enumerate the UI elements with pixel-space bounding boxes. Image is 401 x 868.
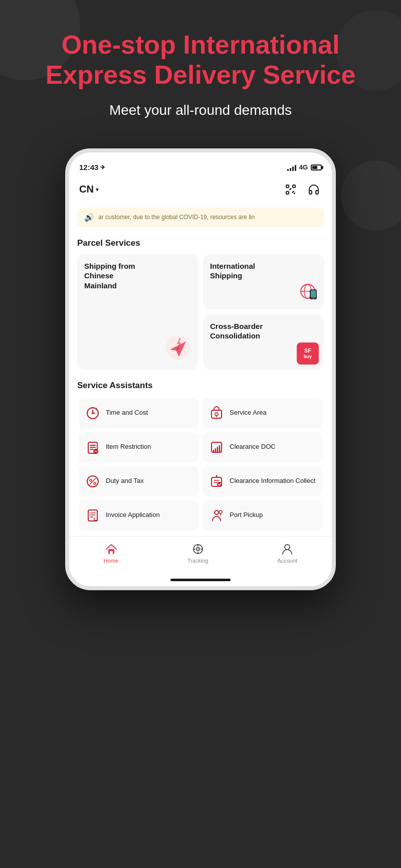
service-label-clearance-doc: Clearance DOC	[230, 443, 276, 451]
nav-item-account[interactable]: Account	[267, 541, 307, 566]
parcel-card-international-label: InternationalShipping	[210, 261, 317, 281]
service-item-clearance-doc[interactable]: Clearance DOC	[203, 432, 322, 462]
svg-point-38	[90, 479, 92, 481]
service-item-restriction[interactable]: Item Restriction	[79, 432, 198, 462]
parcel-section-title: Parcel Services	[77, 238, 324, 248]
hero-subtitle: Meet your all-round demands	[30, 102, 371, 118]
service-section-title: Service Assistants	[77, 381, 324, 391]
signal-icon	[287, 164, 296, 171]
service-label-invoice: Invoice Application	[106, 511, 160, 519]
service-area-icon	[209, 405, 225, 421]
network-label: 4G	[299, 163, 308, 171]
app-content: CN ▾	[69, 177, 332, 586]
service-item-time-cost[interactable]: Time and Cost	[79, 398, 198, 428]
phone-frame: 12:43 ✈ 4G CN	[65, 148, 336, 590]
clearance-doc-icon	[209, 439, 225, 455]
parcel-card-crossborder-label: Cross-BoarderConsolidation	[210, 321, 317, 341]
status-time: 12:43 ✈	[79, 163, 105, 171]
home-bar	[170, 579, 231, 581]
tracking-icon	[191, 543, 205, 556]
restriction-icon	[85, 439, 101, 455]
bottom-nav: Home Tracking	[69, 536, 332, 576]
notification-icon: 🔊	[84, 213, 94, 222]
svg-rect-1	[293, 185, 295, 188]
parcel-card-international[interactable]: InternationalShipping	[203, 254, 324, 309]
service-item-port-pickup[interactable]: Port Pickup	[203, 500, 322, 531]
invoice-icon	[85, 507, 101, 524]
svg-point-15	[313, 298, 314, 299]
phone-mockup: 12:43 ✈ 4G CN	[0, 148, 401, 590]
app-header: CN ▾	[69, 177, 332, 204]
svg-rect-2	[286, 192, 289, 194]
status-bar: 12:43 ✈ 4G	[69, 152, 332, 177]
scan-icon[interactable]	[283, 182, 299, 198]
service-item-duty-tax[interactable]: Duty and Tax	[79, 466, 198, 496]
svg-point-58	[285, 545, 290, 550]
svg-rect-51	[110, 551, 113, 554]
country-selector[interactable]: CN ▾	[79, 184, 99, 195]
international-shipping-icon	[297, 280, 319, 304]
svg-rect-0	[286, 185, 289, 188]
service-item-service-area[interactable]: Service Area	[203, 398, 322, 428]
service-label-service-area: Service Area	[230, 409, 267, 417]
location-icon: ✈	[100, 164, 105, 171]
header-icons	[283, 182, 322, 198]
svg-point-48	[215, 510, 219, 514]
service-label-clearance-collect: Clearance Information Collect	[230, 477, 315, 485]
clearance-collect-icon	[209, 473, 225, 489]
parcel-grid: Shipping fromChineseMainland	[77, 254, 324, 370]
svg-point-49	[219, 510, 222, 513]
parcel-section: Parcel Services Shipping fromChineseMain…	[69, 231, 332, 374]
home-icon	[105, 543, 118, 556]
svg-point-43	[217, 482, 222, 487]
headset-icon[interactable]	[306, 182, 322, 198]
nav-item-tracking[interactable]: Tracking	[177, 541, 219, 566]
service-label-duty-tax: Duty and Tax	[106, 477, 144, 485]
svg-point-39	[94, 482, 96, 484]
nav-item-home[interactable]: Home	[94, 541, 128, 566]
service-label-restriction: Item Restriction	[106, 443, 151, 451]
dropdown-arrow-icon: ▾	[96, 186, 99, 193]
battery-icon	[311, 164, 322, 170]
home-indicator	[69, 576, 332, 586]
service-label-time-cost: Time and Cost	[106, 409, 148, 417]
port-pickup-icon	[209, 507, 225, 524]
hero-title: One-stop International Express Delivery …	[30, 30, 371, 90]
parcel-card-china[interactable]: Shipping fromChineseMainland	[77, 254, 198, 370]
service-grid: Time and Cost Service Area	[77, 397, 324, 532]
svg-rect-20	[91, 407, 94, 409]
time-cost-icon	[85, 405, 101, 421]
service-item-clearance-collect[interactable]: Clearance Information Collect	[203, 466, 322, 496]
svg-point-53	[196, 548, 199, 551]
china-shipping-icon	[165, 334, 191, 363]
svg-rect-44	[88, 510, 97, 521]
parcel-card-china-label: Shipping fromChineseMainland	[84, 261, 191, 291]
service-section: Service Assistants	[69, 374, 332, 536]
hero-section: One-stop International Express Delivery …	[0, 0, 401, 148]
parcel-card-crossborder[interactable]: Cross-BoarderConsolidation SF buy	[203, 314, 324, 370]
nav-label-account: Account	[277, 558, 297, 564]
sfbuy-icon-container: SF buy	[297, 342, 319, 365]
service-item-invoice[interactable]: Invoice Application	[79, 500, 198, 531]
svg-rect-14	[311, 290, 316, 297]
notification-text: ar customer, due to the global COVID-19,…	[98, 214, 255, 221]
account-icon	[281, 543, 294, 556]
svg-point-23	[215, 413, 218, 416]
notification-banner: 🔊 ar customer, due to the global COVID-1…	[77, 208, 324, 227]
nav-label-tracking: Tracking	[187, 558, 209, 564]
service-label-port-pickup: Port Pickup	[230, 511, 263, 519]
country-code: CN	[79, 184, 94, 195]
nav-label-home: Home	[104, 558, 118, 564]
duty-tax-icon	[85, 473, 101, 489]
status-right: 4G	[287, 163, 322, 171]
